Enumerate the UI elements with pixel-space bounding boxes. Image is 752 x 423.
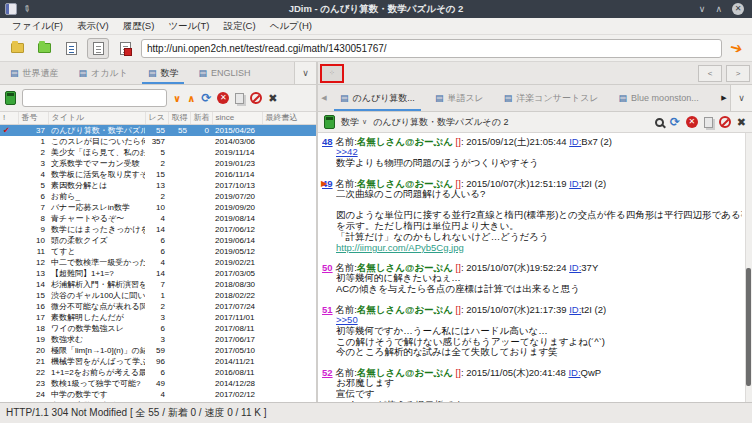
row-mark [0,191,18,202]
column-header-2[interactable]: タイトル [48,112,145,124]
table-row[interactable]: 14杉浦解析入門・解析演習を72018/08/30 [0,279,316,290]
close-button[interactable]: ✕ [732,3,744,15]
search-down-icon[interactable]: ∨ [173,93,181,104]
write-post-icon[interactable] [324,115,335,129]
table-row[interactable]: 2美少女「ほら見て、私のおま52019/11/14 [0,147,316,158]
table-row[interactable]: 17素数解明したんだが32017/11/01 [0,312,316,323]
url-input[interactable] [141,39,722,58]
thread-tab-2[interactable]: ▤洋楽コンサートスレ [494,85,609,111]
post-number-link[interactable]: 50 [322,262,333,273]
table-row[interactable]: 6お前ら_22019/07/20 [0,191,316,202]
thread-close-tab-icon[interactable]: ✖ [737,116,746,129]
thread-copy-icon[interactable] [704,117,713,128]
scrollbar-thumb[interactable] [746,268,751,386]
thread-tab-list-button[interactable]: ∨ [730,85,752,111]
thread-tab-0[interactable]: ▤のんびり算数... [330,85,425,111]
table-row[interactable]: 15渋谷のギャル100人に聞い12018/02/22 [0,290,316,301]
table-row[interactable]: 12中二で数検準一級受かった42019/02/21 [0,257,316,268]
maximize-button[interactable]: ∧ [715,5,722,14]
post-id-link[interactable]: ID: [569,178,581,189]
tab-forward-button[interactable]: > [726,65,750,82]
row-res: 96 [145,356,168,367]
tab-scroll-right-icon[interactable]: ▶ [718,85,730,111]
reply-anchor-link[interactable]: >>50 [336,315,358,325]
board-tab-1[interactable]: ▤オカルト [69,62,138,84]
post-id-link[interactable]: ID: [568,367,580,378]
board-search-input[interactable] [22,89,167,107]
board-select[interactable]: 数学 ∨ [341,116,367,129]
thread-reload-icon[interactable]: ⟳ [670,115,680,129]
table-row[interactable]: 13【超難問】1+1=?142017/03/05 [0,268,316,279]
table-row[interactable]: 9数学にはまったきっかけを142017/06/12 [0,224,316,235]
menu-item-5[interactable]: ヘルプ(H) [264,19,318,34]
table-row[interactable]: 4数学板に活気を取り戻すぞ152016/11/14 [0,169,316,180]
bbs-list-button[interactable] [6,38,28,59]
reload-icon[interactable]: ⟳ [201,91,211,105]
thread-view-button[interactable] [87,38,109,59]
table-row[interactable]: 11てすと62019/05/12 [0,246,316,257]
table-row[interactable]: 20極限「lim[n→1-0](n)」の結592017/05/10 [0,345,316,356]
table-row[interactable]: 3文系数学でマーカン受験22019/01/23 [0,158,316,169]
column-header-5[interactable]: 新着 [190,112,212,124]
url-link[interactable]: http://iimgur.com/APyb5Cg.jpg [336,243,464,253]
post-number-link[interactable]: 52 [322,367,333,378]
table-row[interactable]: 8青チャートやるぞ〜42019/08/14 [0,213,316,224]
post-number-link[interactable]: 51 [322,304,333,315]
board-view-button[interactable] [60,38,82,59]
table-row[interactable]: ✔37のんびり算数・数学パズルそ555502015/04/26 [0,124,316,136]
menu-item-4[interactable]: 設定(C) [217,19,261,34]
board-tab-list-button[interactable]: ∨ [294,62,316,84]
row-last [262,268,316,279]
table-row[interactable]: 5素因数分解とは132017/10/13 [0,180,316,191]
post-id-link[interactable]: ID: [569,304,581,315]
search-up-icon[interactable]: ∧ [187,93,195,104]
board-tab-label: 数学 [160,67,178,80]
menu-item-3[interactable]: ツール(T) [162,19,215,34]
search-icon[interactable] [655,118,664,127]
post-id-link[interactable]: ID: [569,262,581,273]
copy-icon[interactable] [235,93,244,104]
tab-scroll-left-icon[interactable]: ◀ [318,85,330,111]
image-view-button[interactable] [114,38,136,59]
table-row[interactable]: 21機械学習をがんばって学ぶ962014/11/21 [0,356,316,367]
favorites-button[interactable] [33,38,55,59]
thread-stop-icon[interactable] [719,116,731,128]
board-tab-0[interactable]: ▤世界遺産 [0,62,69,84]
tab-back-button[interactable]: < [698,65,722,82]
new-thread-icon[interactable] [5,91,16,105]
column-header-6[interactable]: since [212,112,262,124]
column-header-1[interactable]: 番号 [18,112,48,124]
table-row[interactable]: 1このスレが目についたら何3572014/03/06 [0,136,316,147]
image-doc-icon [120,42,131,55]
post-number-link[interactable]: 48 [322,136,333,147]
post-id-link[interactable]: ID: [569,136,581,147]
board-tab-2[interactable]: ▤数学 [138,62,189,84]
highlighted-toggle-button[interactable]: ⁘ [320,64,344,83]
menu-item-2[interactable]: 履歴(S) [117,19,161,34]
thread-scrollbar[interactable] [745,133,752,402]
table-row[interactable]: 19数強求む32017/06/17 [0,334,316,345]
table-row[interactable]: 16微分不可能な点が表れる関22017/07/24 [0,301,316,312]
thread-tab-1[interactable]: ▤単語スレ [425,85,494,111]
column-header-3[interactable]: レス [145,112,168,124]
table-row[interactable]: 23数検1級って独学で可能?492014/12/28 [0,378,316,389]
column-header-0[interactable]: ! [0,112,18,124]
table-row[interactable]: 221+1=2をお前らが考える最も62016/08/11 [0,367,316,378]
stop-icon[interactable] [250,92,262,104]
close-tab-icon[interactable]: ✖ [268,92,277,105]
column-header-4[interactable]: 取得 [168,112,190,124]
open-url-arrow-icon[interactable]: ➔ [725,37,748,59]
reply-anchor-link[interactable]: >>42 [336,147,358,157]
table-row[interactable]: 18ワイの数学勉強スレ62017/08/11 [0,323,316,334]
thread-close-search-icon[interactable]: ✕ [686,116,698,128]
table-row[interactable]: 24中学の数学です42017/02/12 [0,389,316,400]
thread-tab-3[interactable]: ▤Blue moonston... [609,85,709,111]
menu-item-1[interactable]: 表示(V) [71,19,115,34]
minimize-button[interactable]: ∨ [699,5,706,14]
board-tab-3[interactable]: ▤ENGLISH [188,62,260,84]
menu-item-0[interactable]: ファイル(F) [6,19,69,34]
table-row[interactable]: 10頭の柔軟クイズ62019/06/14 [0,235,316,246]
close-search-icon[interactable]: ✕ [217,92,229,104]
table-row[interactable]: 7バナー応募スレin数学102019/09/20 [0,202,316,213]
column-header-7[interactable]: 最終書込 [262,112,316,124]
